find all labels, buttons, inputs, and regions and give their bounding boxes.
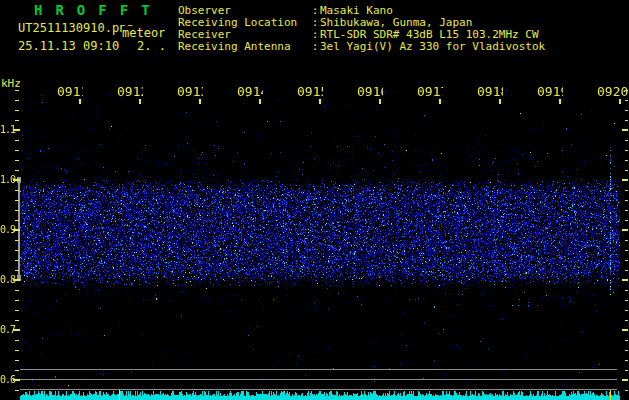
freq-tick-minor-left — [15, 90, 19, 91]
freq-tick-minor-left — [15, 340, 19, 341]
level-line — [20, 379, 617, 380]
level-line — [20, 389, 617, 390]
freq-tick-minor-left — [15, 260, 19, 261]
freq-tick-minor-left — [15, 140, 19, 141]
freq-tick-minor-left — [15, 220, 19, 221]
freq-tick-major-right — [622, 129, 628, 131]
freq-tick-minor-left — [15, 100, 19, 101]
time-tick — [499, 99, 501, 104]
freq-tick-minor-right — [625, 220, 628, 221]
freq-tick-minor-right — [625, 200, 628, 201]
meta-label: Receiving Antenna — [178, 41, 310, 53]
freq-tick-minor-left — [15, 120, 19, 121]
meta-value: 3el Yagi(V) Az 330 for Vladivostok — [320, 41, 545, 53]
freq-tick-major-right — [622, 379, 628, 381]
freq-tick-minor-left — [15, 270, 19, 271]
freq-tick-minor-right — [625, 140, 628, 141]
observation-datetime: 25.11.13 09:10 — [18, 39, 119, 53]
freq-tick-label: 0.7 — [0, 324, 15, 336]
station-name: meteor — [122, 26, 165, 40]
time-tick-label: 0917 — [417, 85, 443, 99]
time-tick-label: 0919 — [537, 85, 563, 99]
freq-tick-minor-left — [15, 240, 19, 241]
freq-tick-minor-left — [15, 320, 19, 321]
freq-tick-minor-left — [15, 110, 19, 111]
freq-tick-minor-left — [15, 250, 19, 251]
freq-tick-minor-left — [15, 390, 19, 391]
freq-tick-minor-right — [625, 120, 628, 121]
freq-tick-label: 0.9 — [0, 224, 15, 236]
freq-tick-minor-left — [15, 350, 19, 351]
freq-tick-minor-right — [625, 250, 628, 251]
freq-tick-minor-right — [625, 100, 628, 101]
freq-tick-label: 1.0 — [0, 174, 15, 186]
freq-tick-minor-right — [625, 240, 628, 241]
file-name: UT2511130910.png — [18, 21, 134, 35]
time-tick — [439, 99, 441, 104]
freq-tick-major-right — [622, 279, 628, 281]
time-tick — [559, 99, 561, 104]
time-tick — [379, 99, 381, 104]
freq-tick-minor-left — [15, 300, 19, 301]
freq-tick-minor-right — [625, 340, 628, 341]
freq-tick-minor-right — [625, 350, 628, 351]
freq-tick-major-right — [622, 329, 628, 331]
meta-colon: : — [310, 41, 320, 53]
time-tick-label: 0918 — [477, 85, 503, 99]
freq-tick-minor-right — [625, 320, 628, 321]
signal-level-strip — [20, 390, 620, 400]
time-tick — [259, 99, 261, 104]
freq-tick-minor-right — [625, 310, 628, 311]
app-title: HROFFT — [34, 2, 163, 18]
freq-tick-minor-right — [625, 150, 628, 151]
freq-tick-minor-right — [625, 210, 628, 211]
spectrogram-canvas — [20, 90, 620, 390]
freq-tick-minor-right — [625, 370, 628, 371]
freq-tick-minor-right — [625, 360, 628, 361]
counter-value: 2. . — [137, 39, 166, 53]
freq-tick-minor-right — [625, 110, 628, 111]
hrofft-screen: HROFFT UT2511130910.png meteor 25.11.13 … — [0, 0, 629, 400]
time-tick-label: 0915 — [297, 85, 323, 99]
freq-tick-label: 0.8 — [0, 274, 15, 286]
freq-tick-minor-left — [15, 370, 19, 371]
freq-tick-minor-left — [15, 170, 19, 171]
freq-tick-minor-left — [15, 310, 19, 311]
freq-tick-label: 0.6 — [0, 374, 15, 386]
freq-tick-minor-right — [625, 390, 628, 391]
freq-tick-minor-right — [625, 300, 628, 301]
time-tick-label: 0914 — [237, 85, 263, 99]
freq-tick-minor-right — [625, 260, 628, 261]
time-tick-label: 0913 — [177, 85, 203, 99]
time-tick — [139, 99, 141, 104]
freq-axis-unit: kHz — [1, 77, 21, 90]
freq-tick-minor-right — [625, 290, 628, 291]
time-tick — [619, 99, 621, 104]
time-tick-label: 0911 — [57, 85, 83, 99]
time-tick — [79, 99, 81, 104]
meta-row-antenna: Receiving Antenna : 3el Yagi(V) Az 330 f… — [178, 41, 545, 53]
freq-tick-minor-left — [15, 160, 19, 161]
freq-tick-minor-left — [15, 360, 19, 361]
freq-tick-minor-right — [625, 170, 628, 171]
freq-tick-minor-right — [625, 160, 628, 161]
freq-tick-minor-left — [15, 200, 19, 201]
freq-tick-minor-left — [15, 210, 19, 211]
metadata-block: Observer : Masaki Kano Receiving Locatio… — [178, 5, 545, 53]
level-line — [20, 369, 617, 370]
time-tick — [319, 99, 321, 104]
freq-tick-minor-right — [625, 270, 628, 271]
freq-tick-minor-left — [15, 150, 19, 151]
freq-tick-label: 1.1 — [0, 124, 15, 136]
freq-tick-minor-left — [15, 190, 19, 191]
freq-tick-major-right — [622, 229, 628, 231]
time-tick-label: 0920 — [597, 85, 628, 99]
freq-tick-minor-left — [15, 290, 19, 291]
time-tick-label: 0912 — [117, 85, 143, 99]
time-tick-label: 0916 — [357, 85, 383, 99]
time-tick — [199, 99, 201, 104]
freq-tick-minor-right — [625, 190, 628, 191]
freq-tick-major-right — [622, 179, 628, 181]
